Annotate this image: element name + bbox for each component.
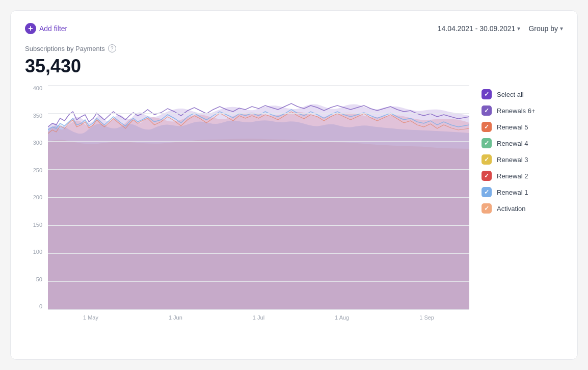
renewal2-label: Renewal 2 — [497, 172, 528, 180]
select-all-checkbox[interactable]: ✓ — [482, 89, 492, 99]
renewal4-checkmark: ✓ — [484, 140, 489, 147]
renewal2-checkmark: ✓ — [484, 172, 489, 179]
x-label-jul: 1 Jul — [253, 314, 264, 321]
date-range-chevron-icon: ▾ — [517, 25, 520, 32]
renewal4-checkbox[interactable]: ✓ — [482, 138, 492, 148]
date-range-picker[interactable]: 14.04.2021 - 30.09.2021 ▾ — [438, 24, 521, 33]
y-label-400: 400 — [33, 85, 42, 91]
renewal2-checkbox[interactable]: ✓ — [482, 171, 492, 181]
x-label-aug: 1 Aug — [335, 314, 349, 321]
legend-item-renewal5[interactable]: ✓ Renewal 5 — [482, 122, 563, 132]
y-label-200: 200 — [33, 194, 42, 200]
grid-line-50 — [48, 281, 469, 282]
x-axis: 1 May 1 Jun 1 Jul 1 Aug 1 Sep — [48, 311, 469, 330]
group-by-chevron-icon: ▾ — [560, 25, 563, 32]
y-label-0: 0 — [39, 303, 42, 309]
legend-item-renewal2[interactable]: ✓ Renewal 2 — [482, 171, 563, 181]
grid-line-300 — [48, 141, 469, 142]
y-label-50: 50 — [36, 276, 42, 282]
renewal1-checkmark: ✓ — [484, 189, 489, 196]
section-title-text: Subscriptions by Payments — [25, 45, 105, 52]
renewal3-checkbox[interactable]: ✓ — [482, 154, 492, 165]
renewal5-checkmark: ✓ — [484, 123, 489, 130]
activation-checkmark: ✓ — [484, 205, 489, 212]
legend-item-renewal3[interactable]: ✓ Renewal 3 — [482, 154, 563, 165]
renewal1-checkbox[interactable]: ✓ — [482, 187, 492, 197]
grid-line-400 — [48, 85, 469, 86]
main-card: + Add filter 14.04.2021 - 30.09.2021 ▾ G… — [10, 10, 578, 360]
activation-label: Activation — [497, 205, 525, 213]
renewal1-label: Renewal 1 — [497, 189, 528, 196]
select-all-label: Select all — [497, 91, 524, 98]
date-range-value: 14.04.2021 - 30.09.2021 — [438, 24, 516, 33]
grid-line-350 — [48, 113, 469, 114]
renewal3-label: Renewal 3 — [497, 156, 528, 164]
x-label-sep: 1 Sep — [419, 314, 434, 321]
section-title: Subscriptions by Payments ? — [25, 44, 563, 52]
top-bar: + Add filter 14.04.2021 - 30.09.2021 ▾ G… — [25, 23, 563, 34]
legend-item-renewals6[interactable]: ✓ Renewals 6+ — [482, 105, 563, 116]
info-icon[interactable]: ? — [108, 44, 116, 52]
legend-item-renewal1[interactable]: ✓ Renewal 1 — [482, 187, 563, 197]
grid-line-100 — [48, 253, 469, 254]
renewal4-label: Renewal 4 — [497, 140, 528, 147]
x-label-jun: 1 Jun — [169, 314, 182, 321]
y-label-100: 100 — [33, 249, 42, 255]
chart-container: 400 350 300 250 200 150 100 50 0 — [25, 85, 469, 330]
y-label-350: 350 — [33, 113, 42, 119]
renewals6-checkmark: ✓ — [484, 107, 489, 114]
renewal5-label: Renewal 5 — [497, 123, 528, 131]
y-label-150: 150 — [33, 222, 42, 228]
total-value: 35,430 — [25, 56, 563, 77]
legend-item-renewal4[interactable]: ✓ Renewal 4 — [482, 138, 563, 148]
grid-line-250 — [48, 169, 469, 170]
add-filter-label: Add filter — [39, 24, 67, 33]
legend: ✓ Select all ✓ Renewals 6+ ✓ Renewal 5 — [482, 85, 563, 330]
renewal3-checkmark: ✓ — [484, 156, 489, 163]
y-label-300: 300 — [33, 140, 42, 146]
x-label-may: 1 May — [83, 314, 98, 321]
add-filter-button[interactable]: + Add filter — [25, 23, 67, 34]
group-by-dropdown[interactable]: Group by ▾ — [528, 24, 563, 33]
activation-checkbox[interactable]: ✓ — [482, 203, 492, 214]
chart-area: 400 350 300 250 200 150 100 50 0 — [25, 85, 563, 330]
grid-line-200 — [48, 197, 469, 198]
chart-svg-area — [48, 85, 469, 309]
group-by-label: Group by — [528, 24, 558, 33]
renewals6-checkbox[interactable]: ✓ — [482, 105, 492, 116]
renewal5-checkbox[interactable]: ✓ — [482, 122, 492, 132]
add-filter-icon: + — [25, 23, 36, 34]
grid-line-0 — [48, 309, 469, 310]
renewals6-label: Renewals 6+ — [497, 107, 536, 115]
grid-line-150 — [48, 225, 469, 226]
legend-item-activation[interactable]: ✓ Activation — [482, 203, 563, 214]
top-right-controls: 14.04.2021 - 30.09.2021 ▾ Group by ▾ — [438, 24, 563, 33]
y-label-250: 250 — [33, 167, 42, 173]
renewals6-area — [48, 104, 469, 309]
y-axis: 400 350 300 250 200 150 100 50 0 — [25, 85, 45, 309]
select-all-checkmark: ✓ — [484, 91, 489, 98]
legend-select-all[interactable]: ✓ Select all — [482, 89, 563, 99]
